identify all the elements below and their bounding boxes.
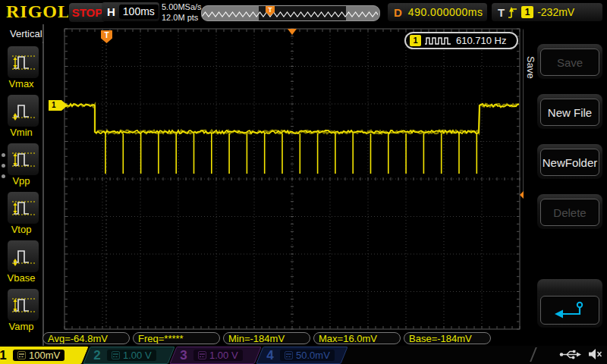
channel-number: 3: [174, 348, 193, 363]
frequency-counter: 1 610.710 Hz: [404, 32, 518, 49]
vmin-label: Vmin: [0, 127, 42, 138]
channel-1-status[interactable]: 1 100mV: [0, 347, 89, 364]
channel-4-status[interactable]: 4 50.0mV: [256, 347, 348, 364]
channel-number: 4: [260, 348, 280, 363]
vbase-label: Vbase: [0, 272, 42, 284]
pulse-train-icon: [424, 36, 453, 46]
statusbar-divider: [530, 347, 537, 362]
graticule-and-waveform: [0, 0, 607, 364]
measurement-results-bar: Avg=-64.8mV Freq=***** Min=-184mV Max=16…: [42, 332, 491, 344]
trigger-position-flag[interactable]: T: [101, 30, 112, 43]
trigger-readout[interactable]: T 1 -232mV: [492, 3, 602, 21]
vpp-label: Vpp: [0, 175, 42, 187]
vmin-button[interactable]: [7, 94, 39, 127]
vtop-icon: [11, 196, 36, 219]
rising-edge-icon: [508, 6, 517, 19]
vmax-button[interactable]: [7, 46, 39, 79]
back-button[interactable]: [537, 279, 602, 328]
speaker-muted-icon: [588, 348, 602, 360]
horizontal-center-marker: [288, 29, 297, 35]
return-arrow-icon: [552, 300, 588, 321]
measurement-avg: Avg=-64.8mV: [42, 332, 130, 344]
vbase-button[interactable]: [7, 240, 39, 273]
vamp-icon: [11, 293, 36, 316]
delete-button[interactable]: Delete: [537, 194, 602, 229]
vtop-button[interactable]: [7, 191, 39, 224]
delay-readout[interactable]: D 490.000000ms: [388, 3, 487, 21]
save-menu-panel: Save Save New File NewFolder Delete: [524, 24, 607, 346]
preview-wave: [202, 6, 378, 20]
menu-tab-title: Save: [525, 56, 536, 79]
rigol-logo: RIGOL: [6, 2, 71, 22]
trigger-label: T: [498, 6, 505, 19]
channel-scale: 1.00 V: [209, 350, 238, 361]
channel-3-status[interactable]: 3 1.00 V: [169, 347, 261, 364]
channel-number: 1: [0, 348, 13, 363]
channel-scale: 100mV: [29, 350, 60, 361]
measurement-min: Min=-184mV: [223, 332, 310, 344]
save-button[interactable]: Save: [537, 44, 602, 79]
vamp-button[interactable]: [7, 288, 39, 322]
dc-coupling-icon: [112, 351, 120, 359]
acquisition-info: 5.00MSa/s 12.0M pts: [162, 2, 202, 23]
usb-icon: [559, 349, 582, 360]
measurement-freq: Freq=*****: [133, 332, 220, 344]
delay-label: D: [394, 6, 402, 19]
vpp-icon: [11, 148, 36, 171]
top-status-bar: RIGOL STOP H 100ms 5.00MSa/s 12.0M pts T…: [0, 0, 607, 24]
measure-sidebar: Vertical Vmax Vmin Vpp Vtop Vbase Vamp: [0, 24, 42, 346]
channel-2-status[interactable]: 2 1.00 V: [83, 347, 175, 364]
vpp-button[interactable]: [7, 143, 39, 176]
channel-status-bar: 1 100mV 2 1.00 V: [0, 346, 607, 364]
vbase-icon: [11, 245, 36, 268]
trigger-level-value: -232mV: [537, 6, 574, 18]
sidebar-title: Vertical: [10, 28, 42, 39]
new-file-button[interactable]: New File: [537, 94, 602, 129]
memory-depth: 12.0M pts: [162, 12, 202, 23]
measurement-base: Base=-184mV: [404, 332, 491, 344]
vmax-label: Vmax: [0, 78, 42, 89]
sample-rate: 5.00MSa/s: [162, 2, 202, 12]
horizontal-timebase-widget[interactable]: H 100ms: [102, 2, 159, 21]
frequency-value: 610.710 Hz: [456, 35, 507, 46]
freq-channel-badge: 1: [410, 35, 421, 46]
vtop-label: Vtop: [0, 224, 42, 235]
dc-coupling-icon: [285, 351, 293, 359]
dc-coupling-icon: [198, 351, 206, 359]
vmax-icon: [11, 51, 36, 74]
run-state-badge[interactable]: STOP: [68, 2, 106, 23]
waveform-position-preview[interactable]: T: [201, 5, 380, 21]
measurement-max: Max=16.0mV: [313, 332, 401, 344]
trigger-source-badge: 1: [521, 6, 533, 18]
new-folder-button[interactable]: NewFolder: [537, 144, 602, 179]
timebase-value: 100ms: [119, 5, 159, 19]
channel-number: 2: [87, 348, 107, 363]
dc-coupling-icon: [17, 351, 26, 359]
channel-scale: 50.0mV: [296, 350, 330, 361]
channel1-ground-marker[interactable]: 1: [49, 100, 68, 111]
channel-scale: 1.00 V: [123, 350, 152, 361]
delay-value: 490.000000ms: [408, 6, 483, 18]
vmin-icon: [11, 99, 36, 122]
vamp-label: Vamp: [0, 321, 42, 332]
horizontal-label: H: [107, 5, 115, 18]
